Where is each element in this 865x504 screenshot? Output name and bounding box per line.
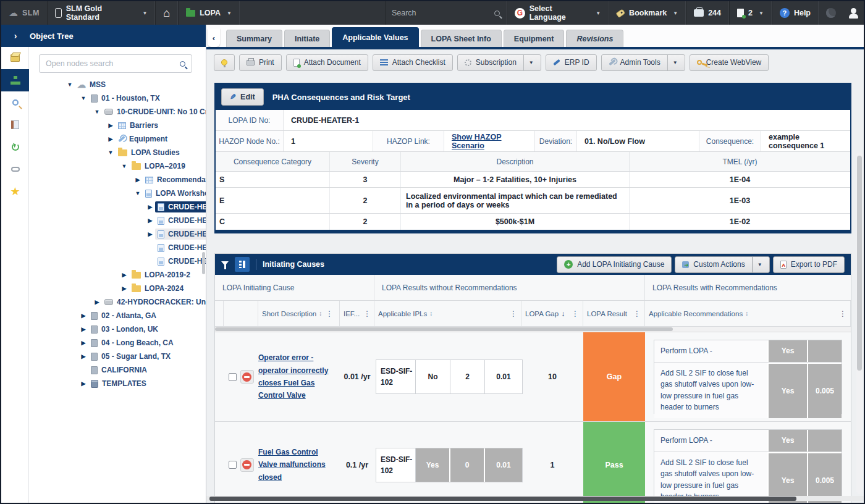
chevron-down-icon[interactable]: ▼ — [92, 109, 102, 115]
tree-item-crude-heater-4[interactable]: CRUDE-HEATER-4 — [29, 241, 206, 254]
collapse-tabs-button[interactable]: ‹ — [208, 28, 220, 47]
chevron-down-icon[interactable]: ▼ — [752, 257, 762, 272]
bookmark-menu-button[interactable]: Bookmark ▼ — [609, 1, 686, 25]
add-lopa-initiating-cause-button[interactable]: +Add LOPA Initiating Cause — [557, 256, 672, 273]
print-button[interactable]: Print — [239, 54, 282, 71]
chevron-right-icon[interactable]: ▶ — [78, 340, 88, 346]
help-button[interactable]: ? Help — [772, 1, 819, 25]
tasks-button[interactable]: 244 — [686, 1, 729, 25]
scrollbar-thumb[interactable] — [209, 497, 796, 501]
rail-item-library[interactable] — [1, 114, 29, 136]
tree-item-atlanta[interactable]: ▶02 - Atlanta, GA — [29, 309, 206, 322]
kebab-icon[interactable]: ⋮ — [363, 309, 371, 318]
tab-applicable-values[interactable]: Applicable Values — [332, 27, 418, 47]
chevron-down-icon[interactable]: ▼ — [523, 55, 534, 70]
chevron-right-icon[interactable]: ▶ — [145, 217, 155, 224]
subscription-button[interactable]: Subscription▼ — [457, 54, 541, 71]
search-icon[interactable] — [180, 61, 185, 67]
tree-item-mss[interactable]: ▼☁MSS — [29, 78, 206, 91]
home-button[interactable]: ⌂ — [155, 1, 178, 25]
tree-item-california[interactable]: CALIFORNIA — [29, 363, 206, 377]
tree-item-lopa-worksheets[interactable]: ▼LOPA Worksheets — [29, 187, 206, 200]
create-webview-button[interactable]: Create WebView — [690, 54, 769, 71]
admin-tools-button[interactable]: Admin Tools▼ — [601, 54, 685, 71]
module-menu-button[interactable]: LOPA ▼ — [178, 1, 240, 25]
tree-item-crude-heater-3[interactable]: ▶CRUDE-HEATER-3 — [29, 227, 206, 241]
language-menu-button[interactable]: G Select Language ▼ — [507, 1, 609, 25]
chevron-right-icon[interactable]: ▶ — [119, 285, 129, 292]
row-checkbox[interactable] — [229, 461, 237, 469]
rail-item-package[interactable] — [1, 47, 29, 69]
tree-search[interactable] — [39, 54, 192, 73]
kebab-icon[interactable]: ⋮ — [326, 309, 333, 318]
page-horizontal-scrollbar[interactable] — [206, 496, 864, 501]
chevron-down-icon[interactable]: ▼ — [667, 55, 678, 70]
chevron-down-icon[interactable]: ▼ — [65, 82, 75, 88]
tree-item-barriers[interactable]: ▶Barriers — [29, 119, 206, 132]
tab-summary[interactable]: Summary — [226, 30, 282, 47]
user-menu-button[interactable] — [843, 1, 864, 25]
rail-item-sync[interactable] — [1, 136, 29, 158]
rail-item-search[interactable] — [1, 91, 29, 114]
chevron-down-icon[interactable]: ▼ — [119, 163, 129, 169]
tree-item-recommendations[interactable]: ▶Recommendations — [29, 173, 206, 187]
tree-item-templates[interactable]: ▶TEMPLATES — [29, 377, 206, 390]
chevron-down-icon[interactable]: ▼ — [106, 149, 116, 156]
hazop-scenario-link[interactable]: Show HAZOP Scenario — [444, 131, 535, 151]
chevron-right-icon[interactable]: ▶ — [78, 326, 88, 332]
chevron-right-icon[interactable]: ▶ — [78, 353, 88, 359]
filter-icon[interactable] — [221, 261, 229, 269]
rail-item-favorites[interactable]: ★ — [1, 180, 29, 203]
attach-checklist-button[interactable]: Attach Checklist — [373, 54, 453, 71]
kebab-icon[interactable]: ⋮ — [572, 309, 579, 318]
export-to-pdf-button[interactable]: Export to PDF — [773, 256, 845, 273]
col-applicable-ipls[interactable]: Applicable IPLs↕⋮ — [374, 301, 521, 326]
tree-scrollbar[interactable] — [202, 252, 205, 274]
sort-desc-icon[interactable]: ↓ — [561, 309, 565, 318]
tree-item-long-beach[interactable]: ▶04 - Long Beach, CA — [29, 336, 206, 350]
tree-item-lopa-studies[interactable]: ▼LOPA Studies — [29, 146, 206, 159]
tree-item-crude-heater-1[interactable]: ▶CRUDE-HEATER-1 — [29, 200, 206, 214]
tree-item-houston[interactable]: ▼01 - Houston, TX — [29, 91, 206, 105]
kebab-icon[interactable]: ⋮ — [839, 309, 846, 318]
col-lopa-gap[interactable]: LOPA Gap↓⋮ — [521, 301, 583, 326]
tree-item-equipment[interactable]: ▶Equipment — [29, 132, 206, 146]
chevron-right-icon[interactable]: ▶ — [119, 272, 129, 278]
columns-button[interactable] — [235, 257, 250, 272]
tree-item-lopa-2019[interactable]: ▼LOPA–2019 — [29, 159, 206, 173]
tree-item-london[interactable]: ▶03 - London, UK — [29, 322, 206, 336]
scrollbar-thumb[interactable] — [215, 327, 673, 331]
chevron-down-icon[interactable]: ▼ — [78, 95, 88, 101]
tree-item-crude-heater-2[interactable]: ▶CRUDE-HEATER-2 — [29, 214, 206, 227]
kebab-icon[interactable]: ⋮ — [633, 309, 641, 318]
row-checkbox[interactable] — [229, 373, 237, 381]
table-horizontal-scrollbar[interactable] — [215, 327, 851, 332]
cause-description-link[interactable]: Fuel Gas Control Valve malfunctions clos… — [258, 446, 340, 484]
tree-item-crude-unit[interactable]: ▼10-CRUDE-UNIT: No 10 Crude Unit — [29, 105, 206, 119]
ipl-id[interactable]: ESD-SIF-102 — [376, 360, 416, 393]
kebab-icon[interactable]: ⋮ — [510, 309, 517, 318]
expand-panel-icon[interactable]: › — [1, 31, 30, 41]
tree-item-hydrocracker[interactable]: ▶42-HYDROCRACKER: Uni 42 Hydrocracke — [29, 295, 206, 309]
tree-search-input[interactable] — [46, 59, 180, 68]
tree-item-lopa-2019-2[interactable]: ▶LOPA-2019-2 — [29, 268, 206, 282]
chevron-down-icon[interactable]: ▼ — [133, 190, 143, 196]
chevron-right-icon[interactable]: ▶ — [92, 299, 102, 305]
search-input[interactable] — [392, 9, 494, 17]
col-ief[interactable]: IEF...⋮ — [340, 301, 374, 326]
col-applicable-recommendations[interactable]: Applicable Recommendations↕⋮ — [645, 301, 851, 326]
tree-item-crude-heater-5[interactable]: CRUDE-HEATER-5 — [29, 254, 206, 268]
col-lopa-result[interactable]: LOPA Result⋮ — [583, 301, 645, 326]
global-search[interactable] — [385, 1, 507, 25]
tree-item-lopa-2024[interactable]: ▶LOPA-2024 — [29, 282, 206, 295]
tab-lopa-sheet-info[interactable]: LOPA Sheet Info — [421, 30, 502, 47]
workspace-menu-button[interactable]: SLM Gold Standard ▼ — [47, 1, 155, 25]
chevron-right-icon[interactable]: ▶ — [106, 136, 116, 142]
rail-item-links[interactable] — [1, 158, 29, 180]
hint-button[interactable] — [214, 54, 235, 71]
chevron-right-icon[interactable]: ▶ — [78, 313, 88, 319]
remove-cause-button[interactable] — [240, 458, 254, 472]
chevron-right-icon[interactable]: ▶ — [106, 122, 116, 128]
rail-item-object-tree[interactable] — [1, 69, 29, 91]
tab-revisions[interactable]: Revisions — [566, 30, 623, 47]
